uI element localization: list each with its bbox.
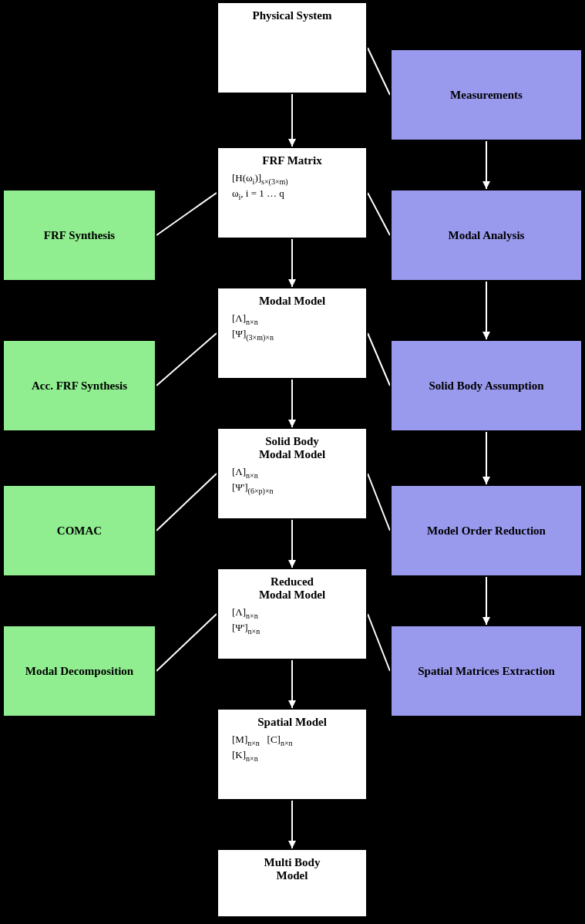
spatial-matrices-extraction-label: Spatial Matrices Extraction xyxy=(418,665,554,678)
measurements-box: Measurements xyxy=(390,49,583,141)
svg-line-17 xyxy=(156,193,217,235)
svg-marker-5 xyxy=(288,420,296,427)
solid-body-modal-model-content: [Λ]n×n [Ψ'](6×p)×n xyxy=(226,466,358,494)
svg-line-13 xyxy=(368,193,390,235)
svg-line-18 xyxy=(156,333,217,386)
comac-box: COMAC xyxy=(2,484,156,577)
measurements-label: Measurements xyxy=(450,89,523,102)
svg-line-16 xyxy=(368,614,390,671)
reduced-modal-model-box: ReducedModal Model [Λ]n×n [Ψ']n×n xyxy=(217,568,368,660)
modal-analysis-label: Modal Analysis xyxy=(449,229,525,242)
modal-decomposition-box: Modal Decomposition xyxy=(2,625,156,717)
spatial-model-box: Spatial Model [M]n×n [C]n×n [K]n×n xyxy=(217,708,368,801)
svg-marker-28 xyxy=(482,617,490,625)
svg-marker-26 xyxy=(482,477,490,484)
svg-marker-1 xyxy=(288,139,296,147)
spatial-model-title: Spatial Model xyxy=(226,716,358,729)
model-order-reduction-box: Model Order Reduction xyxy=(390,484,583,577)
reduced-modal-model-title: ReducedModal Model xyxy=(226,575,358,602)
acc-frf-synthesis-label: Acc. FRF Synthesis xyxy=(32,379,127,393)
solid-body-assumption-label: Solid Body Assumption xyxy=(429,379,543,393)
svg-marker-7 xyxy=(288,560,296,568)
frf-matrix-title: FRF Matrix xyxy=(226,154,358,167)
physical-system-title: Physical System xyxy=(226,9,358,22)
comac-label: COMAC xyxy=(57,524,102,538)
solid-body-modal-model-title: Solid BodyModal Model xyxy=(226,435,358,461)
modal-decomposition-label: Modal Decomposition xyxy=(25,665,133,678)
svg-marker-22 xyxy=(482,181,490,189)
frf-synthesis-label: FRF Synthesis xyxy=(44,229,115,242)
svg-marker-3 xyxy=(288,279,296,287)
svg-line-19 xyxy=(156,474,217,531)
physical-system-box: Physical System xyxy=(217,2,368,94)
frf-matrix-box: FRF Matrix [H(ωi)]s×(3×m) ωi, i = 1 … q xyxy=(217,147,368,239)
svg-line-14 xyxy=(368,333,390,386)
modal-model-title: Modal Model xyxy=(226,295,358,308)
modal-model-box: Modal Model [Λ]n×n [Ψ](3×m)×n xyxy=(217,287,368,379)
spatial-matrices-extraction-box: Spatial Matrices Extraction xyxy=(390,625,583,717)
model-order-reduction-label: Model Order Reduction xyxy=(427,524,546,538)
multi-body-model-title: Multi BodyModel xyxy=(226,856,358,882)
svg-marker-9 xyxy=(288,700,296,708)
solid-body-modal-model-box: Solid BodyModal Model [Λ]n×n [Ψ'](6×p)×n xyxy=(217,427,368,520)
reduced-modal-model-content: [Λ]n×n [Ψ']n×n xyxy=(226,606,358,635)
modal-model-content: [Λ]n×n [Ψ](3×m)×n xyxy=(226,312,358,341)
spatial-model-content: [M]n×n [C]n×n [K]n×n xyxy=(226,733,358,762)
svg-line-20 xyxy=(156,614,217,671)
svg-marker-24 xyxy=(482,332,490,339)
acc-frf-synthesis-box: Acc. FRF Synthesis xyxy=(2,339,156,432)
diagram: Physical System FRF Matrix [H(ωi)]s×(3×m… xyxy=(0,0,585,924)
multi-body-model-box: Multi BodyModel xyxy=(217,848,368,918)
solid-body-assumption-box: Solid Body Assumption xyxy=(390,339,583,432)
svg-line-15 xyxy=(368,474,390,531)
frf-synthesis-box: FRF Synthesis xyxy=(2,189,156,282)
svg-line-12 xyxy=(368,48,390,95)
modal-analysis-box: Modal Analysis xyxy=(390,189,583,282)
svg-marker-11 xyxy=(288,841,296,848)
frf-matrix-content: [H(ωi)]s×(3×m) ωi, i = 1 … q xyxy=(226,172,358,201)
